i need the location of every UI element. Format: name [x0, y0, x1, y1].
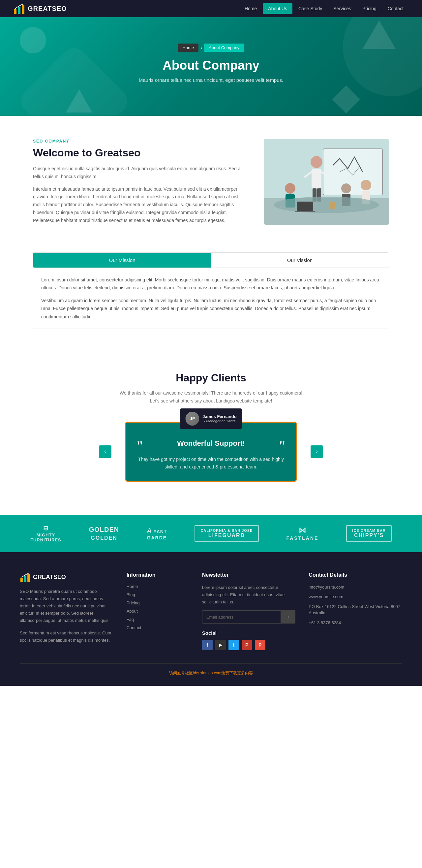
tab-vision[interactable]: Our Vission — [211, 253, 389, 268]
hero-title: About Company — [13, 58, 409, 72]
about-title: Welcome to Greatseo — [33, 147, 247, 159]
footer-phone: +61 3 8376 6284 — [309, 620, 402, 626]
about-content: SEO COMPANY Welcome to Greatseo Quisque … — [33, 139, 247, 229]
svg-rect-20 — [295, 211, 315, 212]
social-section: Social f ▶ t P P — [202, 630, 296, 650]
footer-desc-1: SEO Mauris pharetra quam ut commodo male… — [20, 588, 113, 624]
about-image — [264, 139, 389, 225]
testimonial-wrapper: ‹ › JF James Fernando - Manager of Racer… — [125, 422, 297, 482]
footer-link-pricing[interactable]: Pricing — [127, 600, 189, 606]
testimonial-card: " Wonderful Support! " They have got my … — [125, 422, 297, 482]
social-youtube[interactable]: ▶ — [215, 640, 226, 650]
nav-about[interactable]: About Us — [263, 3, 292, 14]
hero-decoration-4 — [66, 89, 92, 113]
email-submit-button[interactable]: → — [281, 611, 295, 623]
svg-rect-21 — [330, 202, 335, 209]
logo-icon-fastlane: ⋈ — [286, 526, 319, 535]
testimonial-role: - Manager of Racer — [202, 419, 236, 423]
nav-menu: Home About Us Case Study Services Pricin… — [239, 3, 409, 14]
footer-link-faq[interactable]: Faq — [127, 617, 189, 622]
footer-website: www.yoursite.com — [309, 593, 402, 600]
testimonial-heading: Wonderful Support! — [177, 439, 245, 448]
nav-case-study[interactable]: Case Study — [293, 3, 327, 14]
tab-mission[interactable]: Our Mission — [33, 253, 211, 268]
svg-rect-0 — [14, 9, 17, 14]
about-tag: SEO COMPANY — [33, 139, 247, 144]
social-title: Social — [202, 630, 296, 636]
tabs-section: Our Mission Our Vission Lorem ipsum dolo… — [13, 252, 409, 329]
footer-watermark: 访问血号社区bbs.xlenlao.com免费下载更多内容 — [20, 663, 402, 676]
svg-rect-1 — [18, 7, 21, 14]
clients-subtitle-line2: Let's see what others say about Landigoo… — [150, 398, 272, 403]
logo-fastlane: ⋈ FASTLANE — [286, 526, 319, 541]
footer-link-blog[interactable]: Blog — [127, 592, 189, 597]
nav-services[interactable]: Services — [328, 3, 356, 14]
logo-chippys: ICE CREAM BARCHIPPY'S — [346, 525, 392, 542]
testimonial-avatar-wrapper: JF James Fernando - Manager of Racer — [180, 408, 242, 429]
social-twitter[interactable]: t — [228, 640, 239, 650]
newsletter-text: Lorem ipsum dolor sit amet, consectetur … — [202, 584, 296, 606]
footer-website-link[interactable]: www.yoursite.com — [309, 594, 343, 599]
breadcrumb-home[interactable]: Home — [178, 43, 199, 52]
testimonial-avatar-card: JF James Fernando - Manager of Racer — [180, 408, 242, 429]
social-facebook[interactable]: f — [202, 640, 213, 650]
avatar-initials: JF — [185, 412, 199, 426]
svg-rect-24 — [27, 574, 30, 582]
footer-logo-row: GREATSEO — [20, 572, 113, 583]
nav-contact[interactable]: Contact — [383, 3, 409, 14]
logo-golden: GOLDENGOLDEN — [89, 526, 119, 541]
footer-link-contact[interactable]: Contact — [127, 625, 189, 630]
quote-close: " — [279, 439, 286, 452]
clients-title: Happy Clients — [13, 372, 409, 384]
logo-text: GREATSEO — [28, 5, 67, 12]
footer-logo-icon — [20, 572, 30, 583]
footer-newsletter-col: Newsletter Lorem ipsum dolor sit amet, c… — [202, 572, 296, 650]
clients-subtitle-line1: We thanks for all our awesome testimonia… — [120, 390, 302, 396]
footer-desc-2: Sed fermentum est vitae rhoncus molestie… — [20, 629, 113, 644]
about-section: SEO COMPANY Welcome to Greatseo Quisque … — [0, 116, 422, 252]
avatar: JF — [185, 412, 199, 426]
clients-section: Happy Clients We thanks for all our awes… — [0, 349, 422, 515]
breadcrumb-current: About Company — [204, 43, 244, 52]
footer-link-home[interactable]: Home — [127, 584, 189, 589]
footer-contact-col: Contact Details info@yoursite.com www.yo… — [309, 572, 402, 650]
tab-bar: Our Mission Our Vission — [33, 252, 389, 268]
quote-open: " — [136, 439, 143, 452]
footer-newsletter-title: Newsletter — [202, 572, 296, 578]
svg-point-16 — [361, 180, 371, 190]
breadcrumb-separator: › — [200, 45, 202, 51]
svg-point-6 — [311, 156, 322, 168]
footer: GREATSEO SEO Mauris pharetra quam ut com… — [0, 552, 422, 686]
testimonial-name: James Fernando — [202, 414, 236, 419]
about-image-placeholder — [264, 139, 389, 225]
footer-email-link[interactable]: info@yoursite.com — [309, 585, 344, 590]
watermark-text: 访问血号社区bbs.xlenlao.com免费下载更多内容 — [169, 671, 253, 675]
logo[interactable]: GREATSEO — [13, 3, 67, 14]
social-pinterest-1[interactable]: P — [242, 640, 252, 650]
logos-section: ⊟ MIGHTYFURNITURES GOLDENGOLDEN a yantga… — [0, 515, 422, 552]
nav-home[interactable]: Home — [239, 3, 262, 14]
about-paragraph-2: Interdum et malesuada fames ac ante ipsu… — [33, 185, 247, 225]
email-row: → — [202, 610, 296, 623]
logo-icon-mighty: ⊟ — [30, 525, 61, 532]
hero-decoration-1 — [363, 21, 396, 49]
carousel-prev-button[interactable]: ‹ — [99, 445, 111, 458]
footer-info-title: Information — [127, 572, 189, 578]
quote-marks: " Wonderful Support! " — [136, 439, 286, 452]
nav-pricing[interactable]: Pricing — [357, 3, 382, 14]
carousel-next-button[interactable]: › — [311, 445, 323, 458]
footer-link-about[interactable]: About — [127, 609, 189, 614]
tab-content-p2: Vestibulum ac quam id lorem semper condi… — [41, 297, 381, 321]
hero-section: Home › About Company About Company Mauri… — [0, 17, 422, 116]
navbar: GREATSEO Home About Us Case Study Servic… — [0, 0, 422, 17]
avatar-info: James Fernando - Manager of Racer — [202, 414, 236, 423]
logo-lifeguard: CALIFORNIA & SAN JOSELIFEGUARD — [195, 525, 258, 542]
footer-logo-text: GREATSEO — [33, 574, 66, 581]
footer-grid: GREATSEO SEO Mauris pharetra quam ut com… — [20, 572, 402, 650]
social-icons: f ▶ t P P — [202, 640, 296, 650]
social-pinterest-2[interactable]: P — [255, 640, 265, 650]
svg-rect-5 — [323, 149, 383, 195]
email-input[interactable] — [202, 611, 281, 623]
footer-address: PO Box 16122 Collins Street West Victori… — [309, 603, 402, 616]
svg-point-14 — [341, 183, 351, 193]
